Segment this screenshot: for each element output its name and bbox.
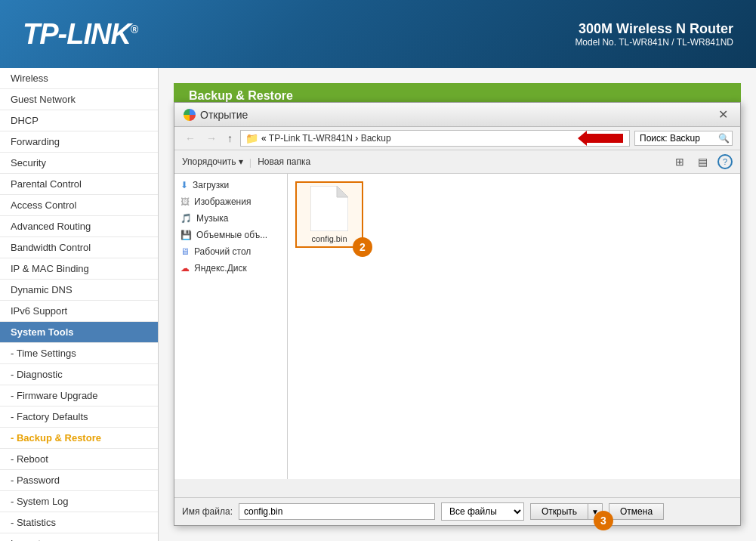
content-area: Backup & Restore Configuration Backup: B… <box>159 68 756 541</box>
breadcrumb-part2[interactable]: Backup <box>361 133 391 144</box>
badge-2: 2 <box>353 237 372 257</box>
main-layout: Wireless Guest Network DHCP Forwarding S… <box>0 68 756 541</box>
arrange-button[interactable]: Упорядочить ▾ <box>182 156 243 167</box>
yandex-label: Яндекс.Диск <box>194 263 247 274</box>
dialog-title-bar: Открытие ✕ <box>174 103 740 127</box>
back-button[interactable]: ← <box>182 131 199 146</box>
filename-input[interactable] <box>239 503 435 520</box>
search-icon: 🔍 <box>718 133 730 144</box>
dialog-title-text: Открытие <box>200 109 248 121</box>
dialog-close-button[interactable]: ✕ <box>715 107 731 122</box>
view-list-button[interactable]: ⊞ <box>671 153 688 170</box>
breadcrumb-folder-icon: 📁 <box>245 132 258 144</box>
sidebar-item-guest-network[interactable]: Guest Network <box>0 89 158 110</box>
left-item-images[interactable]: 🖼 Изображения <box>174 193 287 210</box>
sidebar-item-wireless[interactable]: Wireless <box>0 68 158 89</box>
breadcrumb-bar: 📁 « TP-Link TL-WR841N › Backup <box>240 130 630 147</box>
file-item-config[interactable]: config.bin 2 <box>295 181 363 248</box>
sidebar-item-statistics[interactable]: - Statistics <box>0 512 158 533</box>
desktop-icon: 🖥 <box>181 246 190 257</box>
breadcrumb-part1[interactable]: TP-Link TL-WR841N <box>269 133 355 144</box>
sidebar-item-diagnostic[interactable]: - Diagnostic <box>0 364 158 385</box>
separator1: | <box>249 156 251 168</box>
sidebar-item-firmware-upgrade[interactable]: - Firmware Upgrade <box>0 385 158 407</box>
right-panel: config.bin 2 <box>288 174 740 479</box>
search-input[interactable] <box>640 133 715 144</box>
images-icon: 🖼 <box>181 196 190 207</box>
sidebar-item-ip-mac-binding[interactable]: IP & MAC Binding <box>0 258 158 280</box>
file-open-dialog: Открытие ✕ ← → ↑ 📁 « TP-Link TL-WR841N ›… <box>174 102 741 526</box>
sidebar-item-backup-restore[interactable]: - Backup & Restore <box>0 428 158 449</box>
dialog-toolbar: ← → ↑ 📁 « TP-Link TL-WR841N › Backup <box>174 127 740 150</box>
header: TP-LINK® 300M Wireless N Router Model No… <box>0 0 756 68</box>
logo: TP-LINK® <box>23 18 137 51</box>
sidebar-item-access-control[interactable]: Access Control <box>0 195 158 216</box>
left-item-volumes[interactable]: 💾 Объемные объ... <box>174 227 287 243</box>
left-item-yandex[interactable]: ☁ Яндекс.Диск <box>174 260 287 277</box>
volumes-label: Объемные объ... <box>196 230 267 240</box>
left-panel: ⬇ Загрузки 🖼 Изображения 🎵 Музыка 💾 Объе… <box>174 174 288 479</box>
svg-marker-1 <box>337 186 348 197</box>
sidebar-item-security[interactable]: Security <box>0 153 158 174</box>
left-item-music[interactable]: 🎵 Музыка <box>174 210 287 227</box>
dialog-footer: Имя файла: Все файлы Открыть ▼ 3 Отмена <box>174 497 740 525</box>
open-button[interactable]: Открыть <box>530 503 588 520</box>
dialog-body: ⬇ Загрузки 🖼 Изображения 🎵 Музыка 💾 Объе… <box>174 174 740 479</box>
breadcrumb-path: « TP-Link TL-WR841N › Backup <box>261 133 391 144</box>
search-bar: 🔍 <box>634 131 733 146</box>
sidebar-item-parental-control[interactable]: Parental Control <box>0 174 158 195</box>
sidebar-item-dynamic-dns[interactable]: Dynamic DNS <box>0 280 158 301</box>
open-btn-group: Открыть ▼ 3 <box>530 503 603 520</box>
sidebar: Wireless Guest Network DHCP Forwarding S… <box>0 68 159 541</box>
volumes-icon: 💾 <box>181 230 192 240</box>
sidebar-item-factory-defaults[interactable]: - Factory Defaults <box>0 407 158 428</box>
router-name: 300M Wireless N Router <box>575 21 733 37</box>
downloads-label: Загрузки <box>193 180 229 190</box>
dialog-action-bar: Упорядочить ▾ | Новая папка ⊞ ▤ ? <box>174 150 740 174</box>
badge-3: 3 <box>594 511 613 530</box>
sidebar-item-system-tools[interactable]: System Tools <box>0 322 158 343</box>
chrome-icon <box>184 109 196 121</box>
sidebar-item-time-settings[interactable]: - Time Settings <box>0 343 158 364</box>
help-button[interactable]: ? <box>717 154 733 169</box>
file-name-label: config.bin <box>311 234 347 243</box>
breadcrumb-sep: › <box>355 133 358 144</box>
sidebar-item-logout[interactable]: Logout <box>0 533 158 541</box>
new-folder-button[interactable]: Новая папка <box>258 156 310 167</box>
breadcrumb-root: « <box>261 133 267 144</box>
sidebar-item-ipv6-support[interactable]: IPv6 Support <box>0 301 158 322</box>
view-details-button[interactable]: ▤ <box>694 153 711 170</box>
left-item-downloads[interactable]: ⬇ Загрузки <box>174 177 287 193</box>
sidebar-item-reboot[interactable]: - Reboot <box>0 449 158 470</box>
up-button[interactable]: ↑ <box>224 131 236 146</box>
left-item-desktop[interactable]: 🖥 Рабочий стол <box>174 243 287 260</box>
forward-button[interactable]: → <box>203 131 220 146</box>
downloads-icon: ⬇ <box>181 180 188 190</box>
dialog-title: Открытие <box>184 109 248 121</box>
music-label: Музыка <box>196 213 228 224</box>
sidebar-item-bandwidth-control[interactable]: Bandwidth Control <box>0 237 158 258</box>
sidebar-item-forwarding[interactable]: Forwarding <box>0 131 158 153</box>
file-type-select[interactable]: Все файлы <box>441 502 524 521</box>
model-number: Model No. TL-WR841N / TL-WR841ND <box>575 37 733 48</box>
sidebar-item-advanced-routing[interactable]: Advanced Routing <box>0 216 158 237</box>
arrow-indicator <box>585 134 623 143</box>
yandex-icon: ☁ <box>181 263 190 274</box>
desktop-label: Рабочий стол <box>194 246 251 257</box>
filename-label: Имя файла: <box>182 506 233 517</box>
cancel-button[interactable]: Отмена <box>609 503 664 520</box>
sidebar-item-password[interactable]: - Password <box>0 470 158 491</box>
sidebar-item-dhcp[interactable]: DHCP <box>0 110 158 131</box>
router-info: 300M Wireless N Router Model No. TL-WR84… <box>575 21 733 48</box>
images-label: Изображения <box>194 196 251 207</box>
file-icon-svg <box>310 186 348 231</box>
sidebar-item-system-log[interactable]: - System Log <box>0 491 158 512</box>
music-icon: 🎵 <box>181 213 192 224</box>
